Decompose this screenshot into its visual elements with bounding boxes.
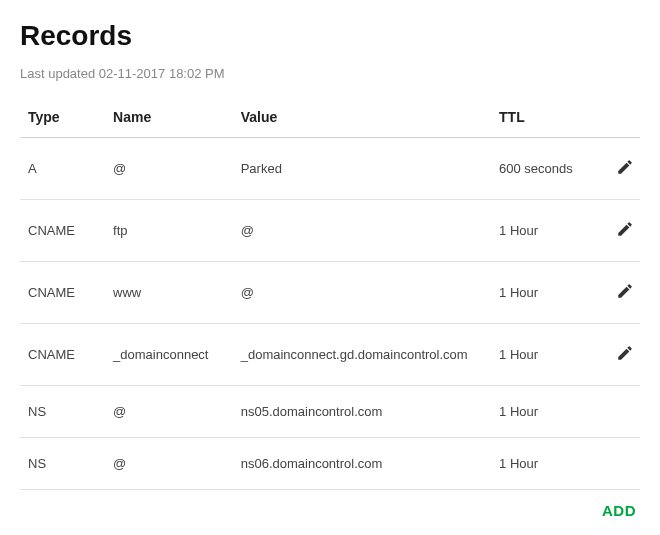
records-table: Type Name Value TTL A@Parked600 secondsC… — [20, 99, 640, 490]
cell-edit — [597, 200, 640, 262]
cell-edit — [597, 262, 640, 324]
cell-value: @ — [233, 200, 491, 262]
table-row: CNAMEftp@1 Hour — [20, 200, 640, 262]
cell-edit — [597, 438, 640, 490]
pencil-icon — [616, 158, 634, 179]
cell-value: ns06.domaincontrol.com — [233, 438, 491, 490]
add-button[interactable]: ADD — [602, 502, 636, 519]
cell-type: CNAME — [20, 324, 105, 386]
cell-type: CNAME — [20, 200, 105, 262]
header-name: Name — [105, 99, 233, 138]
pencil-icon — [616, 282, 634, 303]
header-value: Value — [233, 99, 491, 138]
table-row: A@Parked600 seconds — [20, 138, 640, 200]
cell-type: CNAME — [20, 262, 105, 324]
cell-name: _domainconnect — [105, 324, 233, 386]
header-ttl: TTL — [491, 99, 597, 138]
cell-edit — [597, 138, 640, 200]
cell-name: www — [105, 262, 233, 324]
cell-type: NS — [20, 438, 105, 490]
edit-button[interactable] — [614, 342, 636, 367]
table-row: NS@ns05.domaincontrol.com1 Hour — [20, 386, 640, 438]
table-row: CNAMEwww@1 Hour — [20, 262, 640, 324]
cell-value: ns05.domaincontrol.com — [233, 386, 491, 438]
cell-type: A — [20, 138, 105, 200]
cell-name: @ — [105, 138, 233, 200]
table-row: NS@ns06.domaincontrol.com1 Hour — [20, 438, 640, 490]
cell-value: Parked — [233, 138, 491, 200]
cell-ttl: 600 seconds — [491, 138, 597, 200]
cell-edit — [597, 324, 640, 386]
header-edit — [597, 99, 640, 138]
cell-ttl: 1 Hour — [491, 386, 597, 438]
cell-ttl: 1 Hour — [491, 262, 597, 324]
cell-ttl: 1 Hour — [491, 200, 597, 262]
pencil-icon — [616, 344, 634, 365]
table-row: CNAME_domainconnect_domainconnect.gd.dom… — [20, 324, 640, 386]
header-type: Type — [20, 99, 105, 138]
cell-edit — [597, 386, 640, 438]
edit-button[interactable] — [614, 156, 636, 181]
last-updated-label: Last updated 02-11-2017 18:02 PM — [20, 66, 640, 81]
cell-value: @ — [233, 262, 491, 324]
cell-name: @ — [105, 386, 233, 438]
page-title: Records — [20, 20, 640, 52]
cell-value: _domainconnect.gd.domaincontrol.com — [233, 324, 491, 386]
pencil-icon — [616, 220, 634, 241]
edit-button[interactable] — [614, 218, 636, 243]
cell-name: ftp — [105, 200, 233, 262]
cell-ttl: 1 Hour — [491, 324, 597, 386]
cell-name: @ — [105, 438, 233, 490]
edit-button[interactable] — [614, 280, 636, 305]
cell-ttl: 1 Hour — [491, 438, 597, 490]
cell-type: NS — [20, 386, 105, 438]
